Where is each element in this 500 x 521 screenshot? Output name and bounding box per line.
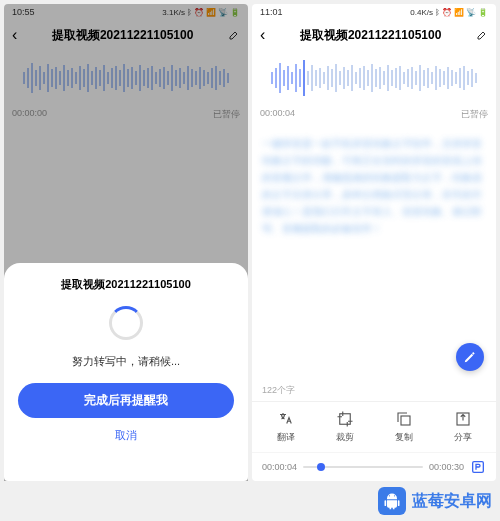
status-time: 10:55 (12, 7, 35, 17)
status-bar: 11:01 0.4K/s ᛒ ⏰ 📶 📡 🔋 (252, 4, 496, 20)
back-icon[interactable]: ‹ (12, 26, 17, 44)
wave-start: 00:00:00 (12, 108, 47, 121)
word-count: 122个字 (252, 384, 496, 401)
bluetooth-icon: ᛒ (187, 8, 192, 17)
status-time: 11:01 (260, 7, 283, 17)
bottom-sheet: 提取视频20211221105100 努力转写中，请稍候... 完成后再提醒我 … (4, 263, 248, 481)
android-icon (378, 487, 406, 515)
waveform (4, 50, 248, 106)
page-title: 提取视频20211221105100 (23, 27, 222, 44)
loading-spinner-icon (109, 306, 143, 340)
status-net: 3.1K/s (162, 8, 185, 17)
signal-icon: 📶 (454, 8, 464, 17)
cancel-button[interactable]: 取消 (115, 428, 137, 443)
edit-fab-button[interactable] (456, 343, 484, 371)
phone-left: 10:55 3.1K/s ᛒ ⏰ 📶 📡 🔋 ‹ 提取视频20211221105… (4, 4, 248, 481)
status-net: 0.4K/s (410, 8, 433, 17)
watermark-text: 蓝莓安卓网 (412, 491, 492, 512)
svg-rect-105 (401, 416, 410, 425)
player-current: 00:00:04 (262, 462, 297, 472)
alarm-icon: ⏰ (442, 8, 452, 17)
wifi-icon: 📡 (466, 8, 476, 17)
crop-button[interactable]: 裁剪 (336, 410, 354, 444)
status-bar: 10:55 3.1K/s ᛒ ⏰ 📶 📡 🔋 (4, 4, 248, 20)
share-button[interactable]: 分享 (454, 410, 472, 444)
alarm-icon: ⏰ (194, 8, 204, 17)
wifi-icon: 📡 (218, 8, 228, 17)
topbar: ‹ 提取视频20211221105100 (252, 20, 496, 50)
signal-icon: 📶 (206, 8, 216, 17)
wave-status: 已暂停 (213, 108, 240, 121)
phone-right: 11:01 0.4K/s ᛒ ⏰ 📶 📡 🔋 ‹ 提取视频20211221105… (252, 4, 496, 481)
toolbar: 翻译 裁剪 复制 分享 (252, 401, 496, 452)
wave-status: 已暂停 (461, 108, 488, 121)
sheet-title: 提取视频20211221105100 (61, 277, 191, 292)
battery-icon: 🔋 (230, 8, 240, 17)
remind-me-button[interactable]: 完成后再提醒我 (18, 383, 234, 418)
svg-rect-104 (339, 414, 350, 425)
topbar: ‹ 提取视频20211221105100 (4, 20, 248, 50)
watermark-url: www.lmkjz.com (420, 470, 488, 481)
wave-start: 00:00:04 (260, 108, 295, 121)
page-title: 提取视频20211221105100 (271, 27, 470, 44)
edit-icon[interactable] (228, 29, 240, 41)
translate-button[interactable]: 翻译 (277, 410, 295, 444)
watermark: 蓝莓安卓网 (378, 487, 492, 515)
battery-icon: 🔋 (478, 8, 488, 17)
seek-slider[interactable] (303, 466, 423, 468)
transcript-text[interactable]: 一键录音是一款手机录音转换文字软件，支持录音转换文字的功能，可将正在实时的录音的… (252, 127, 496, 384)
seek-thumb-icon[interactable] (317, 463, 325, 471)
back-icon[interactable]: ‹ (260, 26, 265, 44)
bluetooth-icon: ᛒ (435, 8, 440, 17)
copy-button[interactable]: 复制 (395, 410, 413, 444)
waveform[interactable] (252, 50, 496, 106)
sheet-message: 努力转写中，请稍候... (72, 354, 180, 369)
edit-icon[interactable] (476, 29, 488, 41)
